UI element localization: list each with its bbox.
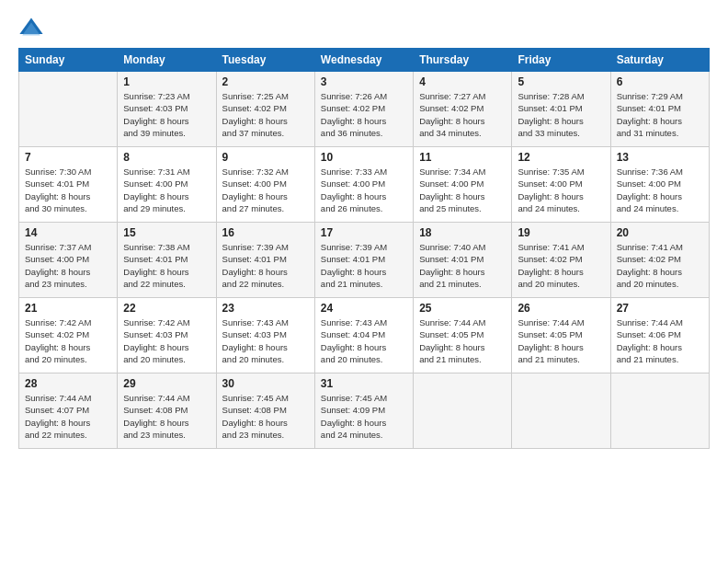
day-cell: 30Sunrise: 7:45 AM Sunset: 4:08 PM Dayli… (216, 373, 314, 449)
day-info: Sunrise: 7:28 AM Sunset: 4:01 PM Dayligh… (518, 90, 604, 139)
day-number: 14 (25, 226, 111, 239)
header-day-monday: Monday (118, 49, 216, 72)
week-row-3: 21Sunrise: 7:42 AM Sunset: 4:02 PM Dayli… (19, 298, 710, 373)
day-number: 30 (222, 377, 309, 390)
day-cell: 17Sunrise: 7:39 AM Sunset: 4:01 PM Dayli… (314, 223, 413, 298)
day-info: Sunrise: 7:30 AM Sunset: 4:01 PM Dayligh… (25, 166, 111, 214)
day-info: Sunrise: 7:37 AM Sunset: 4:00 PM Dayligh… (25, 241, 111, 290)
day-cell: 7Sunrise: 7:30 AM Sunset: 4:01 PM Daylig… (19, 147, 118, 223)
day-number: 8 (123, 151, 210, 164)
day-number: 26 (518, 302, 604, 315)
day-number: 1 (123, 75, 210, 88)
day-number: 23 (222, 302, 309, 315)
day-info: Sunrise: 7:34 AM Sunset: 4:00 PM Dayligh… (419, 166, 506, 214)
day-cell (414, 373, 512, 449)
day-number: 25 (419, 302, 506, 315)
day-info: Sunrise: 7:45 AM Sunset: 4:08 PM Dayligh… (222, 392, 309, 441)
day-number: 16 (222, 226, 309, 239)
day-info: Sunrise: 7:23 AM Sunset: 4:03 PM Dayligh… (123, 90, 210, 139)
day-cell: 10Sunrise: 7:33 AM Sunset: 4:00 PM Dayli… (314, 147, 413, 223)
header-day-thursday: Thursday (414, 49, 512, 72)
day-cell: 13Sunrise: 7:36 AM Sunset: 4:00 PM Dayli… (610, 147, 709, 223)
day-number: 11 (419, 151, 506, 164)
day-cell: 4Sunrise: 7:27 AM Sunset: 4:02 PM Daylig… (414, 72, 512, 147)
day-cell: 27Sunrise: 7:44 AM Sunset: 4:06 PM Dayli… (610, 298, 709, 373)
day-info: Sunrise: 7:44 AM Sunset: 4:05 PM Dayligh… (419, 316, 506, 365)
header-day-saturday: Saturday (610, 49, 709, 72)
week-row-0: 1Sunrise: 7:23 AM Sunset: 4:03 PM Daylig… (19, 72, 710, 147)
day-cell: 22Sunrise: 7:42 AM Sunset: 4:03 PM Dayli… (118, 298, 216, 373)
day-info: Sunrise: 7:39 AM Sunset: 4:01 PM Dayligh… (222, 241, 309, 290)
day-info: Sunrise: 7:41 AM Sunset: 4:02 PM Dayligh… (617, 241, 703, 290)
day-number: 21 (25, 302, 111, 315)
calendar-container: SundayMondayTuesdayWednesdayThursdayFrid… (0, 0, 728, 563)
logo (18, 15, 49, 40)
week-row-1: 7Sunrise: 7:30 AM Sunset: 4:01 PM Daylig… (19, 147, 710, 223)
day-info: Sunrise: 7:40 AM Sunset: 4:01 PM Dayligh… (419, 241, 506, 290)
day-info: Sunrise: 7:35 AM Sunset: 4:00 PM Dayligh… (518, 166, 604, 214)
logo-icon (18, 15, 44, 40)
day-cell: 21Sunrise: 7:42 AM Sunset: 4:02 PM Dayli… (19, 298, 118, 373)
day-info: Sunrise: 7:39 AM Sunset: 4:01 PM Dayligh… (321, 241, 407, 290)
day-info: Sunrise: 7:31 AM Sunset: 4:00 PM Dayligh… (123, 166, 210, 214)
day-cell: 12Sunrise: 7:35 AM Sunset: 4:00 PM Dayli… (512, 147, 610, 223)
day-info: Sunrise: 7:41 AM Sunset: 4:02 PM Dayligh… (518, 241, 604, 290)
day-info: Sunrise: 7:33 AM Sunset: 4:00 PM Dayligh… (321, 166, 407, 214)
day-number: 17 (321, 226, 407, 239)
day-info: Sunrise: 7:42 AM Sunset: 4:02 PM Dayligh… (25, 316, 111, 365)
week-row-2: 14Sunrise: 7:37 AM Sunset: 4:00 PM Dayli… (19, 223, 710, 298)
day-number: 20 (617, 226, 703, 239)
day-cell: 3Sunrise: 7:26 AM Sunset: 4:02 PM Daylig… (314, 72, 413, 147)
day-info: Sunrise: 7:44 AM Sunset: 4:06 PM Dayligh… (617, 316, 703, 365)
day-number: 5 (518, 75, 604, 88)
day-number: 18 (419, 226, 506, 239)
day-cell: 31Sunrise: 7:45 AM Sunset: 4:09 PM Dayli… (314, 373, 413, 449)
day-info: Sunrise: 7:44 AM Sunset: 4:08 PM Dayligh… (123, 392, 210, 441)
day-info: Sunrise: 7:38 AM Sunset: 4:01 PM Dayligh… (123, 241, 210, 290)
day-number: 27 (617, 302, 703, 315)
day-info: Sunrise: 7:42 AM Sunset: 4:03 PM Dayligh… (123, 316, 210, 365)
day-cell: 28Sunrise: 7:44 AM Sunset: 4:07 PM Dayli… (19, 373, 118, 449)
day-cell (512, 373, 610, 449)
day-info: Sunrise: 7:32 AM Sunset: 4:00 PM Dayligh… (222, 166, 309, 214)
day-number: 4 (419, 75, 506, 88)
day-info: Sunrise: 7:44 AM Sunset: 4:07 PM Dayligh… (25, 392, 111, 441)
header-day-wednesday: Wednesday (314, 49, 413, 72)
day-cell: 24Sunrise: 7:43 AM Sunset: 4:04 PM Dayli… (314, 298, 413, 373)
day-number: 13 (617, 151, 703, 164)
day-cell: 18Sunrise: 7:40 AM Sunset: 4:01 PM Dayli… (414, 223, 512, 298)
day-number: 3 (321, 75, 407, 88)
day-info: Sunrise: 7:43 AM Sunset: 4:04 PM Dayligh… (321, 316, 407, 365)
day-info: Sunrise: 7:29 AM Sunset: 4:01 PM Dayligh… (617, 90, 703, 139)
day-cell: 2Sunrise: 7:25 AM Sunset: 4:02 PM Daylig… (216, 72, 314, 147)
day-cell: 14Sunrise: 7:37 AM Sunset: 4:00 PM Dayli… (19, 223, 118, 298)
day-info: Sunrise: 7:44 AM Sunset: 4:05 PM Dayligh… (518, 316, 604, 365)
header-day-sunday: Sunday (19, 49, 118, 72)
calendar-header: SundayMondayTuesdayWednesdayThursdayFrid… (19, 49, 710, 72)
header-row: SundayMondayTuesdayWednesdayThursdayFrid… (19, 49, 710, 72)
day-info: Sunrise: 7:25 AM Sunset: 4:02 PM Dayligh… (222, 90, 309, 139)
calendar-table: SundayMondayTuesdayWednesdayThursdayFrid… (18, 48, 710, 449)
day-cell: 1Sunrise: 7:23 AM Sunset: 4:03 PM Daylig… (118, 72, 216, 147)
day-number: 28 (25, 377, 111, 390)
day-info: Sunrise: 7:45 AM Sunset: 4:09 PM Dayligh… (321, 392, 407, 441)
day-info: Sunrise: 7:26 AM Sunset: 4:02 PM Dayligh… (321, 90, 407, 139)
day-number: 15 (123, 226, 210, 239)
day-cell: 8Sunrise: 7:31 AM Sunset: 4:00 PM Daylig… (118, 147, 216, 223)
day-number: 2 (222, 75, 309, 88)
day-number: 29 (123, 377, 210, 390)
day-cell: 6Sunrise: 7:29 AM Sunset: 4:01 PM Daylig… (610, 72, 709, 147)
day-number: 9 (222, 151, 309, 164)
day-cell (610, 373, 709, 449)
day-number: 22 (123, 302, 210, 315)
day-cell: 9Sunrise: 7:32 AM Sunset: 4:00 PM Daylig… (216, 147, 314, 223)
header-day-friday: Friday (512, 49, 610, 72)
day-cell: 11Sunrise: 7:34 AM Sunset: 4:00 PM Dayli… (414, 147, 512, 223)
day-number: 12 (518, 151, 604, 164)
week-row-4: 28Sunrise: 7:44 AM Sunset: 4:07 PM Dayli… (19, 373, 710, 449)
day-cell: 23Sunrise: 7:43 AM Sunset: 4:03 PM Dayli… (216, 298, 314, 373)
day-info: Sunrise: 7:27 AM Sunset: 4:02 PM Dayligh… (419, 90, 506, 139)
day-number: 10 (321, 151, 407, 164)
day-cell: 20Sunrise: 7:41 AM Sunset: 4:02 PM Dayli… (610, 223, 709, 298)
day-number: 19 (518, 226, 604, 239)
